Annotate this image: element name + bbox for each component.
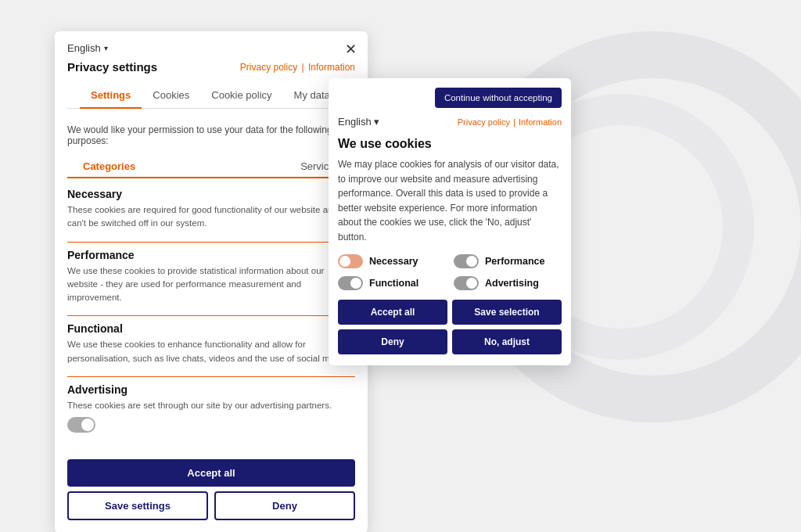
cookie-consent-overlay: Continue without accepting English ▾ Pri… [329,78,571,365]
necessary-title: Necessary [67,188,355,200]
overlay-chevron-icon: ▾ [374,116,379,128]
functional-toggle-knob [350,278,361,289]
cookie-toggles-grid: Necessary Performance Functional Adverti… [329,254,571,300]
advertising-toggle-label: Advertising [485,278,539,289]
bottom-button-row: Save settings Deny [55,491,368,532]
tab-cookie-policy[interactable]: Cookie policy [200,83,282,109]
panel-header: ✕ English ▾ Privacy settings Privacy pol… [55,31,368,115]
overlay-button-row2: Deny No, adjust [329,329,571,365]
information-link[interactable]: Information [308,62,355,73]
functional-desc: We use these cookies to enhance function… [67,338,355,365]
advertising-desc: These cookies are set through our site b… [67,399,355,412]
permission-text: We would like your permission to use you… [67,124,355,146]
advertising-toggle[interactable] [67,417,95,433]
overlay-lang-row: English ▾ Privacy policy | Information [329,113,571,134]
overlay-save-selection-button[interactable]: Save selection [452,300,562,325]
necessary-desc: These cookies are required for good func… [67,203,355,231]
continue-without-accepting-button[interactable]: Continue without accepting [435,88,562,108]
overlay-accept-all-button[interactable]: Accept all [338,300,447,325]
performance-toggle-knob [466,256,477,267]
performance-toggle[interactable] [454,254,479,268]
category-functional: Functional We use these cookies to enhan… [67,322,355,365]
necessary-toggle-label: Necessary [369,256,418,267]
advertising-overlay-toggle[interactable] [454,276,479,290]
policy-links: Privacy policy | Information [240,62,355,73]
functional-toggle[interactable] [338,276,363,290]
toggle-necessary: Necessary [338,254,446,268]
overlay-no-adjust-button[interactable]: No, adjust [452,329,562,354]
necessary-toggle-knob [339,256,350,267]
main-tabs: Settings Cookies Cookie policy My data [67,83,355,109]
overlay-info-link[interactable]: Information [519,117,562,127]
overlay-header: Continue without accepting [329,78,571,113]
chevron-down-icon: ▾ [104,44,108,52]
advertising-toggle-container [67,417,355,433]
category-advertising: Advertising These cookies are set throug… [67,383,355,433]
performance-title: Performance [67,249,355,261]
sub-tabs: Categories Services [67,156,355,178]
category-performance: Performance We use these cookies to prov… [67,249,355,305]
overlay-language-selector[interactable]: English ▾ [338,116,379,128]
overlay-policy-links: Privacy policy | Information [458,117,562,127]
cookie-overlay-desc: We may place cookies for analysis of our… [329,157,571,254]
save-settings-button[interactable]: Save settings [67,491,208,520]
accept-all-button[interactable]: Accept all [67,459,355,487]
overlay-policy-sep: | [513,117,518,127]
necessary-toggle[interactable] [338,254,363,268]
advertising-overlay-toggle-knob [466,278,477,289]
panel-body: We would like your permission to use you… [55,115,368,453]
performance-toggle-label: Performance [485,256,544,267]
overlay-language-label: English [338,116,372,128]
cookie-overlay-title: We use cookies [329,134,571,157]
advertising-toggle-knob [81,419,94,431]
tab-settings[interactable]: Settings [80,83,142,109]
tab-cookies[interactable]: Cookies [142,83,200,109]
toggle-performance: Performance [454,254,562,268]
policy-separator: | [302,62,307,73]
toggle-functional: Functional [338,276,446,290]
close-button[interactable]: ✕ [345,42,357,56]
language-label: English [67,42,101,54]
functional-separator [67,376,355,377]
title-row: Privacy settings Privacy policy | Inform… [67,60,355,74]
privacy-policy-link[interactable]: Privacy policy [240,62,297,73]
panel-title: Privacy settings [67,60,157,74]
deny-button[interactable]: Deny [214,491,355,520]
necessary-separator [67,242,355,243]
performance-desc: We use these cookies to provide statisti… [67,264,355,305]
overlay-privacy-policy-link[interactable]: Privacy policy [458,117,510,127]
language-selector[interactable]: English ▾ [67,42,355,54]
overlay-button-row1: Accept all Save selection [329,300,571,329]
functional-toggle-label: Functional [369,278,418,289]
advertising-title: Advertising [67,383,355,396]
toggle-advertising: Advertising [454,276,562,290]
main-privacy-panel: ✕ English ▾ Privacy settings Privacy pol… [55,31,368,532]
functional-title: Functional [67,322,355,335]
overlay-deny-button[interactable]: Deny [338,329,447,354]
category-necessary: Necessary These cookies are required for… [67,188,355,231]
sub-tab-categories[interactable]: Categories [67,156,151,177]
performance-separator [67,315,355,316]
